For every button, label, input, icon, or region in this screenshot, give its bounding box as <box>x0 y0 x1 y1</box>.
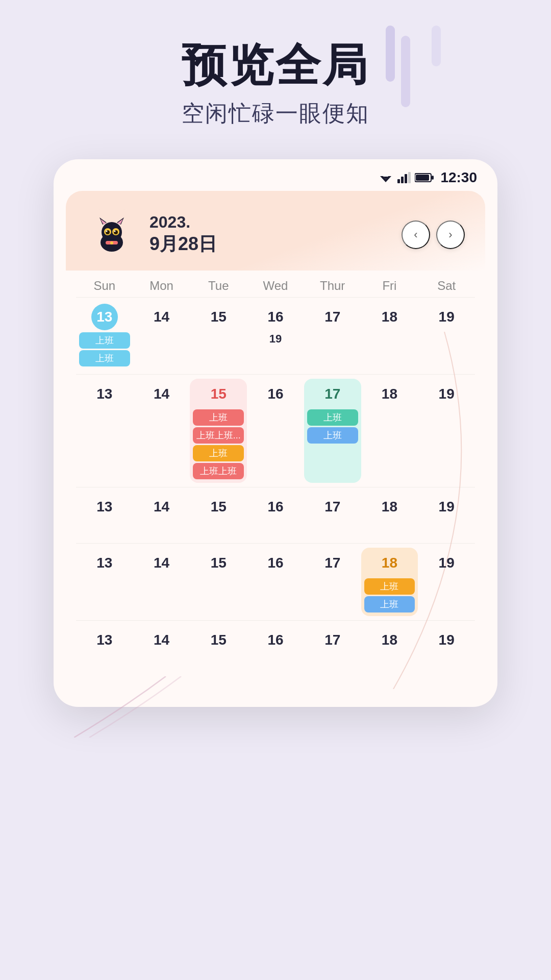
day-cell-18-2[interactable]: 18 <box>361 379 418 483</box>
event-tag: 上班 <box>79 332 130 349</box>
day-number: 16 <box>262 494 289 520</box>
day-number: 19 <box>433 494 460 520</box>
day-cell-15-5[interactable]: 15 <box>190 625 247 672</box>
phone-mockup: 12:30 <box>54 159 497 707</box>
day-cell-19-2[interactable]: 19 <box>418 379 475 483</box>
day-cell-15-2[interactable]: 15 上班 上班上班... 上班 上班上班 <box>190 379 247 483</box>
day-cell-17-3[interactable]: 17 <box>304 492 361 539</box>
day-cell-13-4[interactable]: 13 <box>76 548 133 616</box>
day-number: 14 <box>148 304 175 330</box>
svg-rect-5 <box>405 174 407 183</box>
svg-point-20 <box>106 230 108 232</box>
day-cell-17-2[interactable]: 17 上班 上班 <box>304 379 361 483</box>
day-cell-13-1[interactable]: 13 上班 上班 <box>76 302 133 370</box>
event-tag: 上班上班... <box>193 427 244 444</box>
day-cell-13-5[interactable]: 13 <box>76 625 133 672</box>
day-number: 16 <box>262 550 289 576</box>
day-header-thur: Thur <box>304 279 361 293</box>
svg-rect-3 <box>397 179 400 183</box>
day-number: 18 <box>376 304 403 330</box>
day-cell-15-4[interactable]: 15 <box>190 548 247 616</box>
week-row-4: 13 14 15 16 17 18 上班 上班 19 <box>76 543 475 620</box>
day-number: 19 <box>433 627 460 653</box>
day-number: 16 <box>262 304 289 330</box>
event-tag: 上班 <box>307 427 358 444</box>
event-tag: 上班 <box>193 445 244 461</box>
day-cell-19-4[interactable]: 19 <box>418 548 475 616</box>
svg-point-23 <box>110 241 113 244</box>
day-number: 13 <box>91 550 118 576</box>
day-cell-14-5[interactable]: 14 <box>133 625 190 672</box>
svg-point-21 <box>114 230 116 232</box>
day-number: 18 <box>376 381 403 407</box>
day-header-mon: Mon <box>133 279 190 293</box>
day-cell-18-3[interactable]: 18 <box>361 492 418 539</box>
week-row-1: 13 上班 上班 14 15 16 19 17 18 19 <box>76 297 475 374</box>
svg-rect-9 <box>416 175 429 181</box>
day-number: 14 <box>148 550 175 576</box>
day-number: 18 <box>376 550 403 576</box>
day-number: 19 <box>433 304 460 330</box>
day-cell-17-4[interactable]: 17 <box>304 548 361 616</box>
day-number: 15 <box>205 494 232 520</box>
svg-rect-6 <box>408 172 411 183</box>
header-left: 2023. 9月28日 <box>86 209 217 260</box>
day-cell-16-4[interactable]: 16 <box>247 548 304 616</box>
day-number: 14 <box>148 494 175 520</box>
day-number: 15 <box>205 304 232 330</box>
day-cell-16-3[interactable]: 16 <box>247 492 304 539</box>
calendar-body: Sun Mon Tue Wed Thur Fri Sat 13 上班 上班 14… <box>66 271 485 687</box>
wifi-icon <box>378 172 393 183</box>
status-icons <box>378 172 434 183</box>
day-cell-13-3[interactable]: 13 <box>76 492 133 539</box>
day-number: 17 <box>319 494 346 520</box>
day-cell-13-2[interactable]: 13 <box>76 379 133 483</box>
day-cell-19-1[interactable]: 19 <box>418 302 475 370</box>
day-number: 17 <box>319 627 346 653</box>
day-cell-19-3[interactable]: 19 <box>418 492 475 539</box>
day-number: 18 <box>376 494 403 520</box>
day-cell-16-1[interactable]: 16 19 <box>247 302 304 370</box>
day-header-fri: Fri <box>361 279 418 293</box>
day-cell-15-1[interactable]: 15 <box>190 302 247 370</box>
date-year: 2023. <box>149 213 217 232</box>
day-cell-18-5[interactable]: 18 <box>361 625 418 672</box>
day-number: 19 <box>433 381 460 407</box>
hero-deco: 预览全局 <box>182 41 369 90</box>
day-number: 17 <box>319 304 346 330</box>
day-number: 16 <box>262 381 289 407</box>
svg-rect-8 <box>432 176 434 180</box>
hero-subtitle: 空闲忙碌一眼便知 <box>182 99 369 129</box>
prev-month-button[interactable]: ‹ <box>402 220 430 249</box>
day-number: 15 <box>205 550 232 576</box>
day-cell-14-1[interactable]: 14 <box>133 302 190 370</box>
day-header-sat: Sat <box>418 279 475 293</box>
date-info: 2023. 9月28日 <box>149 213 217 257</box>
day-cell-17-5[interactable]: 17 <box>304 625 361 672</box>
day-number: 15 <box>205 627 232 653</box>
day-cell-18-1[interactable]: 18 <box>361 302 418 370</box>
day-number: 13 <box>91 304 118 330</box>
bottom-arc <box>74 676 227 738</box>
day-number: 13 <box>91 381 118 407</box>
day-number: 17 <box>319 381 346 407</box>
hero-section: 预览全局 空闲忙碌一眼便知 <box>0 0 551 149</box>
svg-rect-4 <box>401 177 404 183</box>
event-tag: 上班 <box>364 596 415 612</box>
day-cell-17-1[interactable]: 17 <box>304 302 361 370</box>
day-number: 13 <box>91 627 118 653</box>
day-cell-19-5[interactable]: 19 <box>418 625 475 672</box>
day-cell-18-4[interactable]: 18 上班 上班 <box>361 548 418 616</box>
day-headers: Sun Mon Tue Wed Thur Fri Sat <box>76 271 475 297</box>
next-month-button[interactable]: › <box>436 220 465 249</box>
week-row-2: 13 14 15 上班 上班上班... 上班 上班上班 16 17 上班 上班 … <box>76 374 475 487</box>
event-tag: 上班 <box>364 578 415 595</box>
day-cell-14-3[interactable]: 14 <box>133 492 190 539</box>
day-cell-14-2[interactable]: 14 <box>133 379 190 483</box>
day-cell-16-2[interactable]: 16 <box>247 379 304 483</box>
day-number: 17 <box>319 550 346 576</box>
day-cell-14-4[interactable]: 14 <box>133 548 190 616</box>
day-cell-16-5[interactable]: 16 <box>247 625 304 672</box>
day-cell-15-3[interactable]: 15 <box>190 492 247 539</box>
hero-title: 预览全局 <box>182 41 369 90</box>
